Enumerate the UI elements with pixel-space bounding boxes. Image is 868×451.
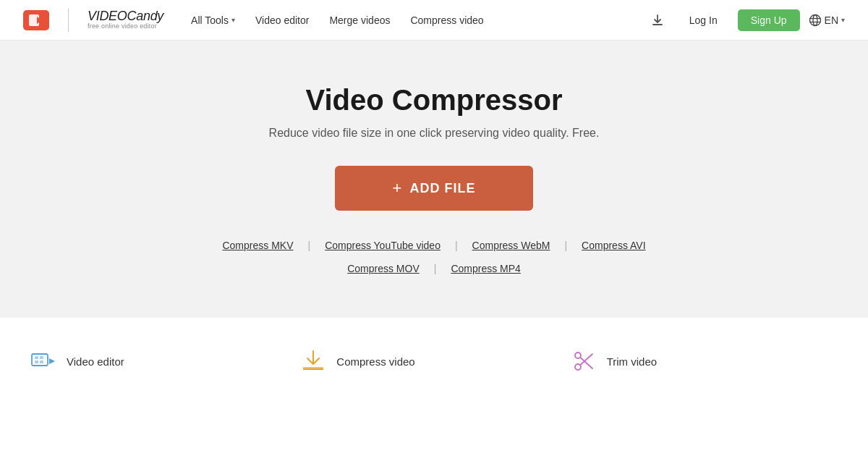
tool-trim-video[interactable]: Trim video — [569, 340, 839, 383]
tools-section: Video editor Compress video Trim video — [0, 318, 868, 405]
add-file-button[interactable]: + ADD FILE — [335, 166, 534, 211]
logo-divider — [68, 9, 69, 32]
sep-3: | — [563, 240, 569, 251]
globe-icon — [809, 14, 822, 27]
svg-marker-1 — [37, 17, 42, 24]
format-row-2: Compress MOV | Compress MP4 — [334, 263, 534, 274]
svg-rect-7 — [35, 356, 38, 359]
nav-all-tools[interactable]: All Tools ▾ — [181, 0, 245, 41]
sep-1: | — [306, 240, 312, 251]
compress-mkv-link[interactable]: Compress MKV — [209, 240, 306, 251]
svg-rect-9 — [40, 356, 43, 359]
compress-mp4-link[interactable]: Compress MP4 — [438, 263, 533, 274]
language-selector[interactable]: EN ▾ — [809, 14, 845, 27]
logo: VIDEOCandy free online video editor — [23, 9, 163, 32]
format-row-1: Compress MKV | Compress YouTube video | … — [209, 240, 658, 251]
video-editor-label: Video editor — [67, 355, 124, 368]
signup-button[interactable]: Sign Up — [738, 9, 800, 31]
compress-video-icon — [299, 347, 328, 376]
header: VIDEOCandy free online video editor All … — [0, 0, 868, 41]
svg-rect-6 — [32, 354, 48, 366]
hero-section: Video Compressor Reduce video file size … — [0, 41, 868, 318]
add-file-label: ADD FILE — [409, 181, 475, 196]
tool-video-editor[interactable]: Video editor — [29, 340, 299, 383]
logo-icon — [23, 10, 49, 30]
logo-tagline: free online video editor — [88, 23, 163, 30]
tool-compress-video[interactable]: Compress video — [299, 340, 569, 383]
compress-youtube-link[interactable]: Compress YouTube video — [312, 240, 454, 251]
login-button[interactable]: Log In — [678, 10, 729, 30]
nav-merge-videos[interactable]: Merge videos — [319, 0, 400, 41]
compress-mov-link[interactable]: Compress MOV — [334, 263, 433, 274]
all-tools-chevron-icon: ▾ — [231, 16, 235, 24]
hero-subtitle: Reduce video file size in one click pres… — [14, 127, 854, 140]
main-nav: All Tools ▾ Video editor Merge videos Co… — [181, 0, 646, 41]
lang-label: EN — [825, 14, 838, 26]
format-links: Compress MKV | Compress YouTube video | … — [14, 240, 854, 274]
logo-brand: VIDEOCandy — [88, 9, 163, 24]
page-title: Video Compressor — [14, 84, 854, 117]
compress-webm-link[interactable]: Compress WebM — [459, 240, 563, 251]
logo-text: VIDEOCandy free online video editor — [88, 9, 163, 31]
nav-video-editor[interactable]: Video editor — [245, 0, 319, 41]
sep-4: | — [433, 263, 438, 274]
lang-chevron-icon: ▾ — [841, 16, 845, 24]
svg-point-2 — [809, 14, 820, 25]
sep-2: | — [454, 240, 459, 251]
download-icon[interactable] — [646, 9, 669, 32]
nav-compress-video[interactable]: Compress video — [400, 0, 493, 41]
svg-rect-13 — [303, 368, 323, 370]
compress-video-label: Compress video — [336, 355, 414, 368]
compress-avi-link[interactable]: Compress AVI — [569, 240, 658, 251]
svg-point-3 — [813, 14, 817, 25]
header-right: Log In Sign Up EN ▾ — [646, 9, 845, 32]
svg-marker-11 — [49, 358, 55, 364]
video-editor-icon — [29, 347, 58, 376]
trim-video-icon — [569, 347, 598, 376]
svg-rect-10 — [40, 361, 43, 363]
trim-video-label: Trim video — [607, 355, 657, 368]
svg-rect-8 — [35, 361, 38, 363]
add-file-plus-icon: + — [393, 180, 403, 196]
